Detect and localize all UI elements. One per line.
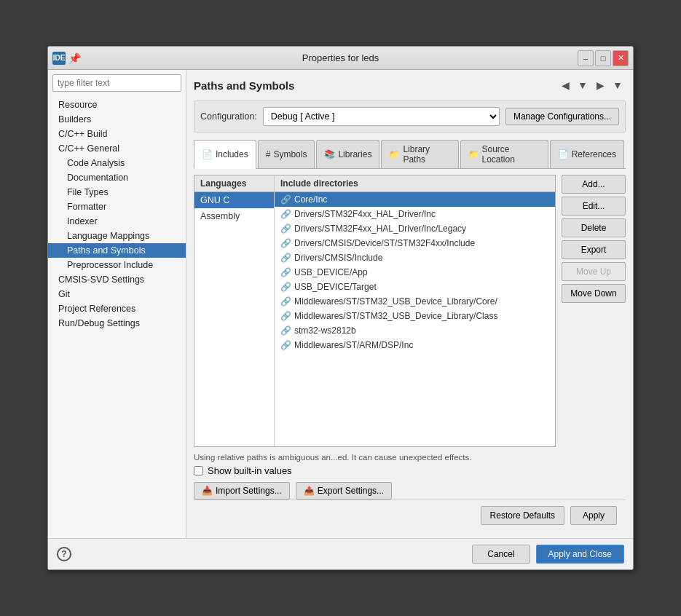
dir-item[interactable]: 🔗 Middlewares/ST/ARM/DSP/Inc: [275, 338, 555, 352]
tab-library-paths[interactable]: 📁 Library Paths: [381, 140, 458, 168]
references-tab-icon: 📄: [558, 149, 569, 159]
show-builtin-checkbox[interactable]: [194, 466, 203, 475]
tab-includes[interactable]: 📄 Includes: [194, 140, 256, 169]
dropdown-nav-icon[interactable]: ▼: [575, 77, 591, 93]
config-select[interactable]: Debug [ Active ]: [263, 107, 500, 126]
apply-button[interactable]: Apply: [570, 506, 617, 525]
sidebar-item-paths-and-symbols[interactable]: Paths and Symbols: [48, 243, 186, 258]
title-bar-controls: – □ ✕: [578, 50, 629, 66]
dir-icon-7: 🔗: [280, 296, 291, 307]
tab-libraries[interactable]: 📚 Libraries: [316, 140, 379, 168]
dir-item[interactable]: 🔗 Drivers/CMSIS/Device/ST/STM32F4xx/Incl…: [275, 236, 555, 250]
dir-label-1: Drivers/STM32F4xx_HAL_Driver/Inc: [294, 209, 436, 219]
tab-symbols[interactable]: # Symbols: [258, 140, 315, 168]
symbols-tab-icon: #: [266, 149, 271, 159]
sidebar-item-c-cpp-general[interactable]: C/C++ General: [48, 141, 186, 156]
cancel-button[interactable]: Cancel: [472, 545, 530, 564]
help-button[interactable]: ?: [57, 547, 71, 561]
main-window: IDE 📌 Properties for leds – □ ✕ Resource…: [47, 46, 634, 570]
panel-title: Paths and Symbols: [194, 79, 294, 92]
window-title: Properties for leds: [302, 52, 379, 63]
lang-assembly[interactable]: Assembly: [194, 208, 274, 224]
dir-item[interactable]: 🔗 Middlewares/ST/STM32_USB_Device_Librar…: [275, 309, 555, 323]
dir-icon-8: 🔗: [280, 311, 291, 321]
sidebar-item-documentation[interactable]: Documentation: [48, 170, 186, 185]
sidebar-nav: Resource Builders C/C++ Build C/C++ Gene…: [48, 96, 186, 538]
dir-item[interactable]: 🔗 Drivers/CMSIS/Include: [275, 250, 555, 265]
sidebar-item-c-cpp-build[interactable]: C/C++ Build: [48, 127, 186, 141]
source-location-tab-label: Source Location: [482, 144, 540, 165]
show-builtin-row: Show built-in values: [194, 465, 626, 476]
dir-item[interactable]: 🔗 Drivers/STM32F4xx_HAL_Driver/Inc: [275, 207, 555, 221]
col-dirs-header: Include directories: [275, 175, 555, 191]
close-button[interactable]: ✕: [613, 50, 629, 66]
tab-source-location[interactable]: 📁 Source Location: [460, 140, 548, 168]
symbols-tab-label: Symbols: [273, 149, 307, 159]
dir-label-10: Middlewares/ST/ARM/DSP/Inc: [294, 340, 413, 350]
sidebar-item-indexer[interactable]: Indexer: [48, 214, 186, 229]
dir-item[interactable]: 🔗 USB_DEVICE/Target: [275, 280, 555, 294]
col-languages-header: Languages: [194, 175, 275, 191]
export-button[interactable]: Export: [562, 240, 626, 259]
dir-label-7: Middlewares/ST/STM32_USB_Device_Library/…: [294, 296, 497, 307]
export-icon: 📤: [304, 486, 315, 496]
panel-header: Paths and Symbols ◀ ▼ ▶ ▼: [194, 77, 626, 93]
add-button[interactable]: Add...: [562, 175, 626, 194]
more-nav-icon[interactable]: ▼: [610, 77, 626, 93]
sidebar-item-code-analysis[interactable]: Code Analysis: [48, 156, 186, 170]
sidebar: Resource Builders C/C++ Build C/C++ Gene…: [48, 70, 186, 538]
export-settings-button[interactable]: 📤 Export Settings...: [296, 482, 392, 499]
dir-label-9: stm32-ws2812b: [294, 325, 356, 336]
sidebar-item-preprocessor-include[interactable]: Preprocessor Include: [48, 258, 186, 272]
panel-header-icons: ◀ ▼ ▶ ▼: [557, 77, 626, 93]
main-content: Resource Builders C/C++ Build C/C++ Gene…: [48, 70, 633, 538]
sidebar-item-resource[interactable]: Resource: [48, 98, 186, 112]
tabs: 📄 Includes # Symbols 📚 Libraries 📁 Libra…: [194, 140, 626, 169]
tab-references[interactable]: 📄 References: [550, 140, 624, 168]
dir-label-2: Drivers/STM32F4xx_HAL_Driver/Inc/Legacy: [294, 224, 466, 234]
sidebar-item-builders[interactable]: Builders: [48, 112, 186, 127]
dir-item[interactable]: 🔗 USB_DEVICE/App: [275, 265, 555, 280]
sidebar-item-git[interactable]: Git: [48, 287, 186, 301]
ide-icon: IDE: [52, 52, 66, 65]
move-up-button[interactable]: Move Up: [562, 262, 626, 281]
dir-icon-6: 🔗: [280, 282, 291, 292]
dir-item[interactable]: 🔗 Middlewares/ST/STM32_USB_Device_Librar…: [275, 294, 555, 309]
minimize-button[interactable]: –: [578, 50, 594, 66]
maximize-button[interactable]: □: [595, 50, 611, 66]
config-label: Configuration:: [200, 111, 257, 122]
dir-label-4: Drivers/CMSIS/Include: [294, 253, 382, 263]
delete-button[interactable]: Delete: [562, 218, 626, 237]
sidebar-item-project-references[interactable]: Project References: [48, 301, 186, 316]
right-panel: Paths and Symbols ◀ ▼ ▶ ▼ Configuration:…: [186, 70, 633, 538]
forward-nav-icon[interactable]: ▶: [592, 77, 608, 93]
sidebar-item-formatter[interactable]: Formatter: [48, 200, 186, 214]
dir-item[interactable]: 🔗 stm32-ws2812b: [275, 323, 555, 338]
apply-and-close-button[interactable]: Apply and Close: [536, 545, 624, 564]
import-label: Import Settings...: [216, 486, 282, 496]
sidebar-item-run-debug-settings[interactable]: Run/Debug Settings: [48, 316, 186, 331]
sidebar-item-file-types[interactable]: File Types: [48, 185, 186, 200]
source-location-tab-icon: 📁: [468, 149, 479, 159]
import-settings-button[interactable]: 📥 Import Settings...: [194, 482, 290, 499]
libraries-tab-label: Libraries: [338, 149, 371, 159]
edit-button[interactable]: Edit...: [562, 197, 626, 216]
library-paths-tab-icon: 📁: [389, 149, 400, 159]
dir-label-3: Drivers/CMSIS/Device/ST/STM32F4xx/Includ…: [294, 238, 475, 248]
languages-column: GNU C Assembly: [194, 192, 275, 446]
sidebar-item-language-mappings[interactable]: Language Mappings: [48, 229, 186, 243]
dir-icon-3: 🔗: [280, 238, 291, 248]
pin-icon[interactable]: 📌: [68, 52, 81, 64]
dir-item[interactable]: 🔗 Drivers/STM32F4xx_HAL_Driver/Inc/Legac…: [275, 221, 555, 236]
filter-input[interactable]: [52, 74, 181, 92]
manage-configurations-button[interactable]: Manage Configurations...: [505, 108, 619, 125]
import-export-row: 📥 Import Settings... 📤 Export Settings..…: [194, 482, 626, 499]
lang-gnu-c[interactable]: GNU C: [194, 192, 274, 208]
references-tab-label: References: [572, 149, 616, 159]
sidebar-item-cmsis-svd-settings[interactable]: CMSIS-SVD Settings: [48, 272, 186, 287]
restore-defaults-button[interactable]: Restore Defaults: [481, 506, 564, 525]
move-down-button[interactable]: Move Down: [562, 284, 626, 303]
back-nav-icon[interactable]: ◀: [557, 77, 573, 93]
dir-item[interactable]: 🔗 Core/Inc: [275, 192, 555, 207]
directories-column: 🔗 Core/Inc 🔗 Drivers/STM32F4xx_HAL_Drive…: [275, 192, 555, 446]
